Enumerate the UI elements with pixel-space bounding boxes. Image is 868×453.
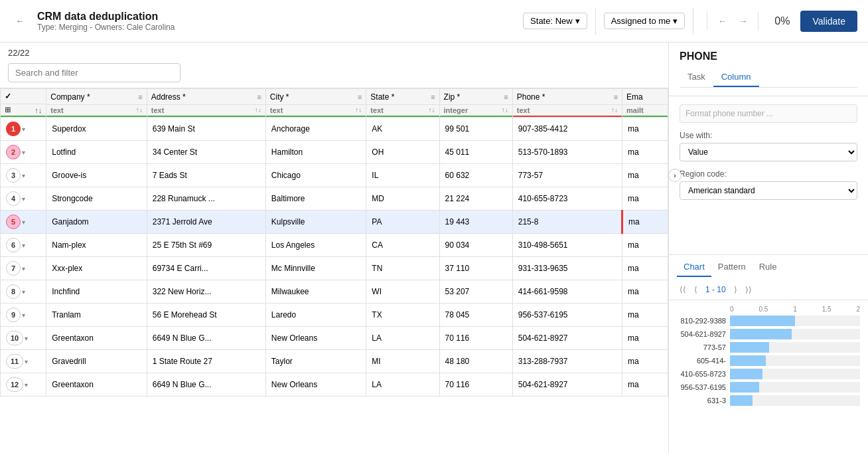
table-row: 8 ▾ Inchfind 322 New Horiz... Milwaukee … <box>1 280 668 304</box>
sort-icon: ↑↓ <box>35 106 42 114</box>
chart-bar <box>730 329 792 339</box>
scale-0: 0 <box>730 306 734 313</box>
page-range: 1 - 10 <box>703 284 729 296</box>
phone-cell: 931-313-9635 <box>512 257 622 280</box>
row-num-cell[interactable]: 6 ▾ <box>1 234 46 257</box>
divider <box>595 8 596 35</box>
address-cell: 56 E Morehead St <box>147 304 265 327</box>
address-cell: 7 Eads St <box>147 164 265 187</box>
row-num-cell[interactable]: 5 ▾ <box>1 211 46 234</box>
row-badge: 4 <box>6 191 21 206</box>
sort-icon[interactable]: ↑↓ <box>136 106 143 114</box>
row-expand-icon[interactable]: ▾ <box>25 335 28 342</box>
row-expand-icon[interactable]: ▾ <box>22 195 25 203</box>
use-with-select[interactable]: Value Label Both <box>680 143 857 161</box>
col-menu-icon[interactable]: ≡ <box>138 93 142 101</box>
sort-icon[interactable]: ↑↓ <box>502 106 508 114</box>
row-num-cell[interactable]: 10 ▾ <box>1 327 46 350</box>
col-menu-icon[interactable]: ≡ <box>358 93 362 101</box>
tab-rule[interactable]: Rule <box>753 258 784 277</box>
address-cell: 2371 Jerrold Ave <box>147 211 265 234</box>
row-num-cell[interactable]: 9 ▾ <box>1 304 46 327</box>
row-expand-icon[interactable]: ▾ <box>22 242 25 249</box>
city-cell: Kulpsville <box>265 211 366 234</box>
row-expand-icon[interactable]: ▾ <box>22 126 25 133</box>
divider2 <box>693 8 693 35</box>
sort-icon[interactable]: ↑↓ <box>255 106 261 114</box>
sort-icon[interactable]: ↑↓ <box>429 106 435 114</box>
table-row: 12 ▾ Greentaxon 6649 N Blue G... New Orl… <box>1 373 668 397</box>
company-cell: Groove-is <box>46 164 147 187</box>
row-expand-icon[interactable]: ▾ <box>22 172 25 179</box>
nav-next-button[interactable]: → <box>734 12 753 31</box>
app-header: ← CRM data deduplication Type: Merging -… <box>0 0 868 43</box>
scale-2: 2 <box>856 306 860 313</box>
tab-chart[interactable]: Chart <box>677 258 711 277</box>
city-cell: New Orleans <box>265 373 366 397</box>
state-dropdown[interactable]: State: New ▾ <box>523 13 587 29</box>
row-num-cell[interactable]: 12 ▾ <box>1 373 46 397</box>
row-num-cell[interactable]: 11 ▾ <box>1 350 46 373</box>
email-cell: ma <box>622 234 668 257</box>
col-menu-icon[interactable]: ≡ <box>257 93 261 101</box>
collapse-toggle-button[interactable]: › <box>668 169 682 182</box>
address-cell: 228 Runamuck ... <box>147 187 265 211</box>
row-expand-icon[interactable]: ▾ <box>22 288 25 296</box>
email-cell: ma <box>622 280 668 304</box>
first-page-button[interactable]: ⟨⟨ <box>677 284 689 296</box>
col-menu-icon[interactable]: ≡ <box>614 93 618 101</box>
region-code-select[interactable]: American standard European standard Cust… <box>680 181 857 200</box>
row-expand-icon[interactable]: ▾ <box>25 381 28 389</box>
bottom-tabs: Chart Pattern Rule <box>669 254 868 280</box>
address-cell: 639 Main St <box>147 118 265 141</box>
chart-bar-container <box>730 355 860 366</box>
company-cell: Tranlam <box>46 304 147 327</box>
zip-cell: 60 632 <box>439 164 512 187</box>
col-menu-icon[interactable]: ≡ <box>431 93 435 101</box>
chart-bar-label: 956-537-6195 <box>677 383 730 391</box>
col-menu-icon[interactable]: ≡ <box>504 93 508 101</box>
zip-cell: 37 110 <box>439 257 512 280</box>
tab-column[interactable]: Column <box>713 68 759 87</box>
row-expand-icon[interactable]: ▾ <box>25 358 28 365</box>
address-cell: 6649 N Blue G... <box>147 327 265 350</box>
row-num-cell[interactable]: 4 ▾ <box>1 187 46 211</box>
format-placeholder: Format phone number ... <box>680 104 857 123</box>
table-wrapper[interactable]: ✓ ⊞ ↑↓ Company * <box>0 88 668 453</box>
row-num-cell[interactable]: 3 ▾ <box>1 164 46 187</box>
company-cell: Inchfind <box>46 280 147 304</box>
tab-pattern[interactable]: Pattern <box>711 258 753 277</box>
row-num-cell[interactable]: 2 ▾ <box>1 141 46 164</box>
last-page-button[interactable]: ⟩⟩ <box>743 284 755 296</box>
row-expand-icon[interactable]: ▾ <box>22 219 25 226</box>
phone-cell: 215-8 <box>512 211 622 234</box>
row-expand-icon[interactable]: ▾ <box>22 149 25 156</box>
row-num-cell[interactable]: 7 ▾ <box>1 257 46 280</box>
prev-page-button[interactable]: ⟨ <box>691 284 700 296</box>
chart-bar <box>730 355 766 366</box>
row-num-cell[interactable]: 8 ▾ <box>1 280 46 304</box>
sort-icon[interactable]: ↑↓ <box>611 106 618 114</box>
address-cell: 322 New Horiz... <box>147 280 265 304</box>
chart-bar <box>730 342 769 353</box>
row-expand-icon[interactable]: ▾ <box>22 265 25 272</box>
row-num-cell[interactable]: 1 ▾ <box>1 118 46 141</box>
state-cell: LA <box>366 373 439 397</box>
chevron-down-icon: ▾ <box>575 16 580 26</box>
table-header-row: ✓ ⊞ ↑↓ Company * <box>1 89 668 118</box>
row-expand-icon[interactable]: ▾ <box>22 312 25 319</box>
table-row: 10 ▾ Greentaxon 6649 N Blue G... New Orl… <box>1 327 668 350</box>
col-email-header: Ema mailt <box>622 89 668 118</box>
validate-button[interactable]: Validate <box>800 11 857 32</box>
chart-row: 410-655-8723 <box>677 369 860 379</box>
sort-icon[interactable]: ↑↓ <box>355 106 362 114</box>
assigned-dropdown[interactable]: Assigned to me ▾ <box>604 13 686 29</box>
tab-task[interactable]: Task <box>680 68 713 87</box>
nav-prev-button[interactable]: ← <box>713 12 731 31</box>
row-badge: 5 <box>6 215 21 229</box>
nav-arrows: ← → <box>707 12 759 31</box>
search-input[interactable] <box>8 63 181 82</box>
next-page-button[interactable]: ⟩ <box>731 284 740 296</box>
chevron-down-icon: ▾ <box>673 16 678 26</box>
back-button[interactable]: ← <box>11 12 29 31</box>
